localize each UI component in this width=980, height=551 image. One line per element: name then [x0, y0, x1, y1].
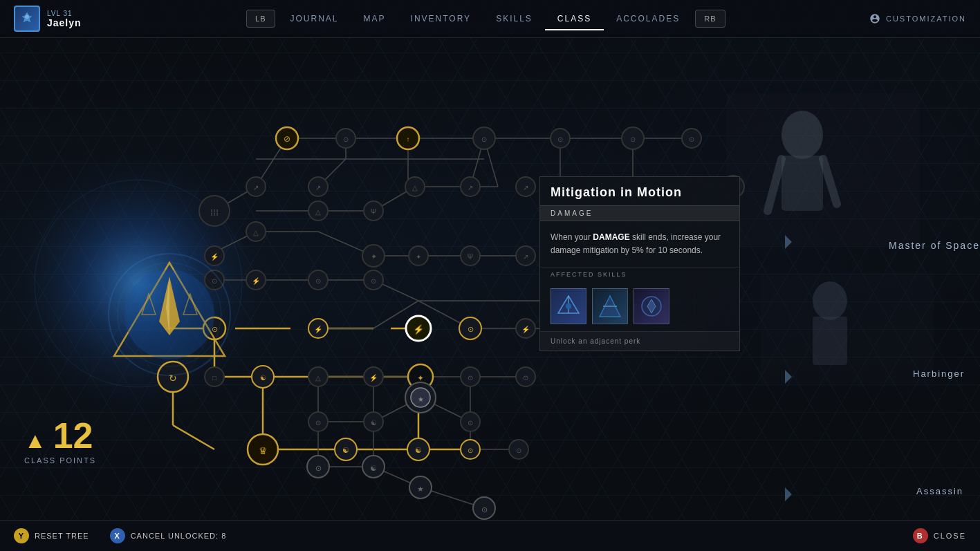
svg-text:★: ★: [418, 395, 424, 403]
skill-tree-area: ⊘ ↑ ⊙ ⊙ ⊙ ⊙ ⊙ ↗ ↗ △ ↗ ↗ ↑ ↗ ↗ ↑: [0, 38, 980, 520]
top-nav: LVL 31 Jaelyn LB JOURNAL MAP INVENTORY S…: [0, 0, 980, 38]
svg-text:✦: ✦: [417, 373, 424, 383]
customization-button[interactable]: CUSTOMIZATION: [869, 13, 966, 24]
svg-text:⚡: ⚡: [314, 325, 323, 334]
svg-text:⊙: ⊙: [468, 447, 473, 454]
svg-text:△: △: [315, 208, 321, 216]
player-info: LVL 31 Jaelyn: [14, 6, 82, 32]
tooltip-desc: When your DAMAGE skill ends, increase yo…: [540, 221, 739, 267]
svg-text:⊙: ⊙: [481, 136, 487, 143]
svg-point-4: [782, 111, 823, 159]
svg-text:⊙: ⊙: [315, 277, 321, 285]
affected-skill-1: [551, 288, 586, 324]
svg-text:✦: ✦: [371, 252, 377, 261]
tooltip-type: DAMAGE: [540, 205, 739, 221]
player-name-info: LVL 31 Jaelyn: [47, 10, 82, 28]
svg-text:⊙: ⊙: [468, 325, 474, 333]
svg-point-244: [566, 303, 571, 309]
customization-icon: [869, 13, 880, 24]
svg-text:✦: ✦: [416, 253, 421, 261]
svg-text:↑: ↑: [407, 136, 410, 143]
svg-text:⚡: ⚡: [369, 373, 378, 382]
master-of-space-label: Master of Space: [889, 240, 980, 251]
tooltip-title: Mitigation in Motion: [540, 177, 739, 205]
player-name: Jaelyn: [47, 17, 82, 28]
close-label: CLOSE: [934, 532, 966, 540]
svg-text:⊙: ⊙: [468, 419, 473, 427]
class-points-icon: ▲: [24, 428, 46, 454]
tooltip-affected-label: AFFECTED SKILLS: [540, 267, 739, 281]
svg-text:⊙: ⊙: [468, 374, 473, 382]
nav-class[interactable]: CLASS: [545, 8, 604, 29]
svg-text:△: △: [315, 374, 321, 382]
assassin-label: Assassin: [916, 486, 963, 496]
tooltip-unlock-hint: Unlock an adjacent perk: [540, 331, 739, 351]
class-points-label: CLASS POINTS: [24, 456, 96, 465]
svg-text:△: △: [253, 229, 259, 236]
svg-marker-241: [785, 487, 792, 501]
affected-skill-3: [634, 288, 669, 324]
svg-text:♛: ♛: [259, 445, 268, 456]
nav-skills[interactable]: SKILLS: [483, 8, 545, 29]
skill-tree-svg: ⊘ ↑ ⊙ ⊙ ⊙ ⊙ ⊙ ↗ ↗ △ ↗ ↗ ↑ ↗ ↗ ↑: [0, 38, 980, 520]
harbinger-label: Harbinger: [913, 368, 965, 379]
svg-text:⊘: ⊘: [284, 134, 290, 144]
svg-text:↗: ↗: [523, 184, 528, 192]
cancel-unlocked-label: CANCEL UNLOCKED: 8: [131, 532, 227, 540]
nav-accolades[interactable]: ACCOLADES: [604, 8, 692, 29]
svg-text:⚡: ⚡: [413, 324, 425, 335]
svg-text:⚡: ⚡: [252, 277, 261, 286]
close-button[interactable]: B CLOSE: [913, 528, 966, 543]
svg-rect-5: [782, 156, 823, 211]
svg-text:Ψ: Ψ: [468, 253, 473, 261]
svg-text:⊙: ⊙: [557, 136, 563, 143]
svg-text:⚡: ⚡: [210, 252, 219, 261]
svg-text:☯: ☯: [342, 446, 349, 454]
svg-point-9: [813, 281, 847, 320]
tooltip-popup: Mitigation in Motion DAMAGE When your DA…: [539, 176, 740, 351]
svg-text:⊙: ⊙: [371, 277, 376, 285]
affected-skill-2: [592, 288, 628, 324]
y-button-badge: Y: [14, 528, 29, 543]
nav-inventory[interactable]: INVENTORY: [398, 8, 484, 29]
svg-text:⊙: ⊙: [315, 464, 322, 472]
customization-label: CUSTOMIZATION: [886, 15, 966, 23]
lb-button[interactable]: LB: [246, 10, 275, 28]
svg-text:↗: ↗: [315, 184, 321, 192]
reset-tree-label: RESET TREE: [35, 532, 89, 540]
nav-items: LB JOURNAL MAP INVENTORY SKILLS CLASS AC…: [102, 8, 869, 29]
svg-text:⊙: ⊙: [343, 136, 349, 143]
cancel-unlocked-button[interactable]: X CANCEL UNLOCKED: 8: [110, 528, 227, 543]
class-points: ▲ 12 CLASS POINTS: [24, 418, 96, 465]
nav-journal[interactable]: JOURNAL: [278, 8, 351, 29]
svg-text:☯: ☯: [415, 446, 422, 454]
svg-line-25: [173, 425, 214, 449]
svg-text:⊙: ⊙: [481, 505, 488, 514]
svg-text:↗: ↗: [468, 184, 473, 192]
svg-text:⊙: ⊙: [212, 277, 217, 285]
player-icon: [14, 6, 40, 32]
bottom-bar: Y RESET TREE X CANCEL UNLOCKED: 8 B CLOS…: [0, 520, 980, 551]
svg-text:⊙: ⊙: [516, 447, 521, 454]
svg-point-0: [25, 15, 29, 19]
nav-map[interactable]: MAP: [351, 8, 398, 29]
svg-text:↗: ↗: [523, 253, 528, 261]
svg-text:⊙: ⊙: [315, 419, 321, 427]
tooltip-skills-row: [540, 281, 739, 331]
svg-text:□: □: [212, 374, 216, 382]
svg-text:☯: ☯: [370, 464, 377, 472]
svg-text:☯: ☯: [260, 374, 266, 382]
rb-button[interactable]: RB: [695, 10, 725, 28]
svg-text:☯: ☯: [371, 419, 377, 427]
svg-text:⊙: ⊙: [630, 136, 636, 143]
player-level: LVL 31: [47, 10, 82, 17]
svg-text:△: △: [412, 184, 418, 192]
svg-text:⊙: ⊙: [689, 136, 694, 143]
svg-text:Ψ: Ψ: [371, 208, 376, 216]
svg-text:⊙: ⊙: [523, 374, 528, 382]
svg-text:↻: ↻: [169, 373, 177, 384]
svg-rect-10: [813, 317, 847, 365]
b-button-badge: B: [913, 528, 928, 543]
svg-text:★: ★: [417, 485, 424, 493]
reset-tree-button[interactable]: Y RESET TREE: [14, 528, 89, 543]
